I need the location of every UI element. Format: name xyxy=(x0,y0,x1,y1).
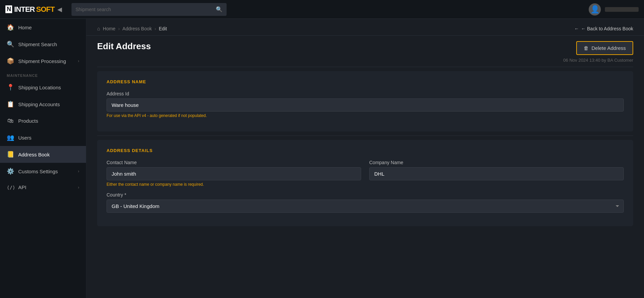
country-label: Country * xyxy=(107,192,624,198)
address-details-section-title: ADDRESS DETAILS xyxy=(107,148,624,153)
delete-button-label: Delete Address xyxy=(591,45,626,51)
back-link-label: ← Back to Address Book xyxy=(581,26,633,31)
search-icon: 🔍 xyxy=(216,6,223,12)
top-header: NINTERSOFT ◀ 🔍 👤 xyxy=(0,0,644,19)
address-details-section: ADDRESS DETAILS Contact Name Either the … xyxy=(97,140,633,226)
sidebar-item-label: Shipment Search xyxy=(18,41,57,47)
sidebar-item-label: Shipping Locations xyxy=(18,85,61,90)
address-name-section: ADDRESS NAME Address Id For use via the … xyxy=(97,71,633,131)
address-book-icon: 📒 xyxy=(7,151,14,158)
sidebar-item-home[interactable]: 🏠 Home xyxy=(0,19,86,36)
main-content: ⌂ Home › Address Book › Edit ← ← Back to… xyxy=(86,19,644,298)
divider-2 xyxy=(97,136,633,136)
sidebar-item-address-book[interactable]: 📒 Address Book xyxy=(0,146,86,163)
logo-soft: SOFT xyxy=(36,5,55,14)
sidebar-item-label: Customs Settings xyxy=(18,169,58,174)
company-name-label: Company Name xyxy=(369,160,624,165)
sidebar-item-api[interactable]: ⟨/⟩ API › xyxy=(0,180,86,195)
breadcrumb-sep-1: › xyxy=(118,26,120,31)
search-nav-icon: 🔍 xyxy=(7,40,14,48)
logo: NINTERSOFT ◀ xyxy=(5,5,66,14)
back-arrow-icon: ← xyxy=(574,26,579,31)
divider-1 xyxy=(97,67,633,67)
contact-company-row: Contact Name Either the contact name or … xyxy=(107,160,624,192)
collapse-sidebar-button[interactable]: ◀ xyxy=(57,6,62,13)
sidebar: 🏠 Home 🔍 Shipment Search 📦 Shipment Proc… xyxy=(0,19,86,298)
username-placeholder xyxy=(605,7,639,12)
search-input[interactable] xyxy=(76,7,213,12)
breadcrumb: ⌂ Home › Address Book › Edit xyxy=(97,26,167,31)
breadcrumb-home[interactable]: Home xyxy=(103,26,115,31)
sidebar-item-shipping-locations[interactable]: 📍 Shipping Locations xyxy=(0,79,86,96)
sidebar-item-label: Users xyxy=(18,135,31,141)
breadcrumb-edit: Edit xyxy=(159,26,167,31)
header-right: 👤 xyxy=(589,3,639,16)
chevron-right-icon: › xyxy=(78,185,79,190)
api-icon: ⟨/⟩ xyxy=(7,185,14,190)
sidebar-item-shipping-accounts[interactable]: 📋 Shipping Accounts xyxy=(0,96,86,113)
page-title: Edit Address xyxy=(97,41,151,52)
address-name-section-title: ADDRESS NAME xyxy=(107,79,624,84)
sidebar-item-label: Shipment Processing xyxy=(18,58,66,64)
contact-name-group: Contact Name Either the contact name or … xyxy=(107,160,361,187)
sidebar-item-label: Address Book xyxy=(18,152,50,157)
breadcrumb-bar: ⌂ Home › Address Book › Edit ← ← Back to… xyxy=(86,19,644,36)
settings-icon: ⚙️ xyxy=(7,168,14,175)
address-id-hint: For use via the API v4 - auto generated … xyxy=(107,113,624,118)
country-group: Country * GB - United Kingdom US - Unite… xyxy=(107,192,624,213)
users-icon: 👥 xyxy=(7,134,14,141)
accounts-icon: 📋 xyxy=(7,100,14,108)
home-icon: 🏠 xyxy=(7,24,14,31)
chevron-right-icon: › xyxy=(78,59,79,63)
last-modified-timestamp: 06 Nov 2024 13:40 by BA Customer xyxy=(86,58,644,67)
logo-n: N xyxy=(5,5,12,13)
address-id-group: Address Id For use via the API v4 - auto… xyxy=(107,91,624,118)
address-id-input[interactable] xyxy=(107,98,624,112)
address-id-label: Address Id xyxy=(107,91,624,96)
search-bar: 🔍 xyxy=(71,3,227,16)
company-name-input[interactable] xyxy=(369,167,624,180)
page-header: Edit Address 🗑 Delete Address xyxy=(86,36,644,58)
contact-name-input[interactable] xyxy=(107,167,361,180)
maintenance-section-label: MAINTENANCE xyxy=(0,69,86,79)
contact-name-label: Contact Name xyxy=(107,160,361,165)
sidebar-item-label: API xyxy=(18,184,26,190)
sidebar-item-shipment-processing[interactable]: 📦 Shipment Processing › xyxy=(0,53,86,69)
sidebar-item-label: Home xyxy=(18,25,32,30)
company-name-group: Company Name xyxy=(369,160,624,187)
trash-icon: 🗑 xyxy=(584,45,589,51)
layout: 🏠 Home 🔍 Shipment Search 📦 Shipment Proc… xyxy=(0,19,644,298)
back-to-address-book-link[interactable]: ← ← Back to Address Book xyxy=(574,26,633,31)
country-select[interactable]: GB - United Kingdom US - United States D… xyxy=(107,200,624,213)
avatar[interactable]: 👤 xyxy=(589,3,601,16)
sidebar-item-customs-settings[interactable]: ⚙️ Customs Settings › xyxy=(0,163,86,180)
processing-icon: 📦 xyxy=(7,57,14,65)
logo-inter: INTER xyxy=(14,5,35,14)
breadcrumb-sep-2: › xyxy=(154,26,156,31)
sidebar-item-shipment-search[interactable]: 🔍 Shipment Search xyxy=(0,36,86,53)
delete-address-button[interactable]: 🗑 Delete Address xyxy=(576,41,633,55)
sidebar-item-label: Products xyxy=(18,118,38,124)
breadcrumb-address-book[interactable]: Address Book xyxy=(122,26,152,31)
sidebar-item-products[interactable]: 🛍 Products xyxy=(0,113,86,129)
home-breadcrumb-icon: ⌂ xyxy=(97,26,100,31)
contact-company-hint: Either the contact name or company name … xyxy=(107,182,361,187)
sidebar-item-label: Shipping Accounts xyxy=(18,101,60,107)
sidebar-item-users[interactable]: 👥 Users xyxy=(0,129,86,146)
chevron-right-icon: › xyxy=(78,169,79,174)
location-icon: 📍 xyxy=(7,84,14,91)
products-icon: 🛍 xyxy=(7,117,14,124)
